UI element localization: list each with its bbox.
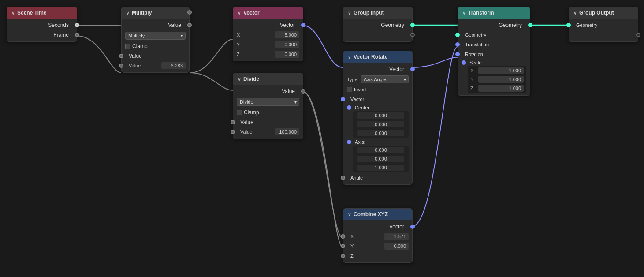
divide-value-in-row: Value bbox=[233, 117, 303, 127]
vr-axis-y[interactable]: 0.000 bbox=[357, 156, 404, 162]
transform-scale-section: Scale: X 1.000 Y 1.000 Z 1.000 bbox=[458, 59, 530, 94]
vr-invert-row: Invert bbox=[343, 85, 412, 94]
vr-center-y-row: 0.000 bbox=[353, 120, 409, 129]
multiply-value-out-row: Value bbox=[122, 20, 189, 30]
vector-header[interactable]: ∨ Vector bbox=[233, 7, 303, 19]
vr-axis-x[interactable]: 0.000 bbox=[357, 147, 404, 153]
vr-axis-z[interactable]: 1.000 bbox=[357, 165, 404, 171]
divide-value-out-label: Value bbox=[282, 88, 295, 94]
seconds-row: Seconds bbox=[7, 20, 77, 30]
vector-rotate-header[interactable]: ∨ Vector Rotate bbox=[343, 51, 412, 63]
group-input-node: ∨ Group Input Geometry bbox=[343, 7, 413, 42]
multiply-header[interactable]: ∨ Multiply bbox=[122, 7, 189, 19]
combine-x-value[interactable]: 1.571 bbox=[384, 233, 409, 240]
divide-dropdown[interactable]: Divide bbox=[237, 98, 299, 106]
combine-z-socket bbox=[341, 254, 345, 258]
group-input-header[interactable]: ∨ Group Input bbox=[343, 7, 412, 19]
vr-center-section: Center: 0.000 0.000 0.000 bbox=[343, 104, 412, 138]
transform-rotation-socket bbox=[455, 52, 460, 56]
vr-angle-socket bbox=[341, 176, 345, 180]
multiply-value-in-socket bbox=[119, 54, 123, 58]
multiply-field-label: Value bbox=[129, 63, 160, 68]
multiply-out-socket bbox=[187, 10, 192, 15]
transform-geo-out-label: Geometry bbox=[499, 22, 522, 28]
vr-vector-in-socket bbox=[341, 97, 345, 101]
group-output-body: Geometry bbox=[569, 19, 638, 41]
vector-out-label: Vector bbox=[280, 22, 295, 28]
vector-y-value[interactable]: 0.000 bbox=[275, 41, 299, 48]
combine-y-row: Y 0.000 bbox=[343, 241, 412, 251]
transform-scale-values: X 1.000 Y 1.000 Z 1.000 bbox=[468, 66, 526, 93]
vr-axis-socket bbox=[347, 140, 351, 144]
transform-scale-y-label: Y bbox=[470, 77, 476, 82]
transform-scale-z-value[interactable]: 1.000 bbox=[478, 85, 524, 92]
scene-time-header[interactable]: ∨ Scene Time bbox=[7, 7, 77, 19]
combine-x-label: X bbox=[350, 234, 383, 239]
divide-value-out-row: Value bbox=[233, 86, 303, 96]
transform-translation-row: Translation bbox=[458, 40, 530, 49]
group-input-extra-row bbox=[343, 30, 412, 40]
frame-label: Frame bbox=[53, 32, 69, 38]
vr-center-x-row: 0.000 bbox=[353, 111, 409, 120]
multiply-body: Value Multiply Clamp Value Value 6.283 bbox=[122, 19, 189, 72]
vr-vector-in-label: Vector bbox=[350, 97, 364, 102]
vr-vector-out-label: Vector bbox=[389, 66, 404, 72]
vr-invert-label: Invert bbox=[354, 87, 366, 92]
vector-out-socket bbox=[301, 23, 305, 27]
vector-x-row: X 5.000 bbox=[233, 30, 303, 40]
divide-value-in-socket bbox=[231, 120, 235, 124]
group-input-geometry-row: Geometry bbox=[343, 20, 412, 30]
vr-invert-checkbox[interactable] bbox=[347, 87, 352, 92]
transform-scale-x-value[interactable]: 1.000 bbox=[478, 67, 524, 74]
vr-type-label: Type: bbox=[347, 77, 359, 82]
transform-header[interactable]: ∨ Transform bbox=[458, 7, 530, 19]
multiply-dropdown[interactable]: Multiply bbox=[125, 32, 186, 40]
scene-time-chevron: ∨ bbox=[11, 11, 15, 15]
vr-axis-values: 0.000 0.000 1.000 bbox=[353, 146, 409, 172]
vr-center-z-row: 0.000 bbox=[353, 129, 409, 138]
seconds-label: Seconds bbox=[48, 22, 69, 28]
multiply-clamp-label: Clamp bbox=[132, 43, 148, 49]
divide-header[interactable]: ∨ Divide bbox=[233, 73, 303, 85]
combine-xyz-header[interactable]: ∨ Combine XYZ bbox=[343, 209, 412, 220]
divide-body: Value Divide Clamp Value Value 100.000 bbox=[233, 85, 303, 138]
vr-center-x[interactable]: 0.000 bbox=[357, 112, 404, 119]
divide-dropdown-row: Divide bbox=[233, 96, 303, 108]
divide-value-out-socket bbox=[301, 89, 305, 94]
transform-geo-in-socket bbox=[455, 33, 460, 37]
transform-translation-label: Translation bbox=[465, 42, 489, 47]
transform-geo-out-socket bbox=[528, 23, 532, 27]
transform-scale-y-value[interactable]: 1.000 bbox=[478, 76, 524, 83]
divide-field-value[interactable]: 100.000 bbox=[275, 128, 299, 135]
combine-x-socket bbox=[341, 234, 345, 239]
transform-translation-socket bbox=[455, 42, 460, 47]
multiply-dropdown-row: Multiply bbox=[122, 30, 189, 41]
group-input-geometry-label: Geometry bbox=[381, 22, 404, 28]
vector-body: Vector X 5.000 Y 0.000 Z 0.000 bbox=[233, 19, 303, 61]
vr-center-z[interactable]: 0.000 bbox=[357, 130, 404, 136]
transform-scale-label: Scale: bbox=[469, 60, 483, 65]
group-output-extra-socket bbox=[636, 33, 640, 37]
group-output-geometry-socket bbox=[566, 23, 571, 27]
group-output-header[interactable]: ∨ Group Output bbox=[569, 7, 638, 19]
divide-dropdown-value: Divide bbox=[240, 99, 253, 105]
vr-type-dropdown[interactable]: Axis Angle bbox=[361, 75, 409, 83]
vr-center-y[interactable]: 0.000 bbox=[357, 121, 404, 127]
group-output-node: ∨ Group Output Geometry bbox=[569, 7, 638, 42]
multiply-value-out-socket bbox=[187, 23, 192, 27]
transform-rotation-row: Rotation bbox=[458, 49, 530, 59]
multiply-field-value[interactable]: 6.283 bbox=[161, 62, 186, 69]
transform-scale-x-label: X bbox=[470, 68, 476, 73]
transform-scale-xyz: X 1.000 bbox=[468, 66, 526, 75]
vector-x-value[interactable]: 5.000 bbox=[275, 31, 299, 38]
vr-axis-header: Axis: bbox=[347, 139, 409, 145]
combine-y-value[interactable]: 0.000 bbox=[384, 243, 409, 250]
divide-clamp-checkbox[interactable] bbox=[237, 110, 242, 115]
multiply-value-field-row: Value 6.283 bbox=[122, 61, 189, 71]
vector-rotate-node: ∨ Vector Rotate Vector Type: Axis Angle … bbox=[343, 51, 413, 185]
vector-z-value[interactable]: 0.000 bbox=[275, 51, 299, 58]
vr-center-label: Center: bbox=[355, 105, 371, 110]
group-input-body: Geometry bbox=[343, 19, 412, 41]
multiply-clamp-checkbox[interactable] bbox=[125, 44, 130, 49]
transform-node: ∨ Transform Geometry Geometry Translatio… bbox=[458, 7, 530, 96]
